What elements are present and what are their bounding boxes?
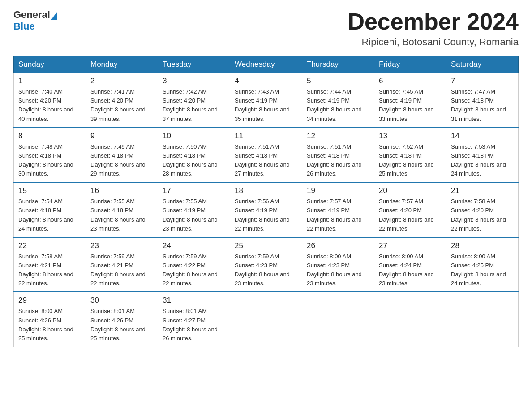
day-info: Sunrise: 7:58 AMSunset: 4:20 PMDaylight:… xyxy=(451,197,514,233)
calendar-cell: 15Sunrise: 7:54 AMSunset: 4:18 PMDayligh… xyxy=(14,182,86,237)
calendar-cell: 28Sunrise: 8:00 AMSunset: 4:25 PMDayligh… xyxy=(446,237,519,292)
day-number: 7 xyxy=(451,77,514,86)
calendar-cell: 18Sunrise: 7:56 AMSunset: 4:19 PMDayligh… xyxy=(230,182,302,237)
day-info: Sunrise: 7:41 AMSunset: 4:20 PMDaylight:… xyxy=(90,87,153,124)
calendar-cell: 3Sunrise: 7:42 AMSunset: 4:20 PMDaylight… xyxy=(158,73,230,128)
calendar-cell: 7Sunrise: 7:47 AMSunset: 4:18 PMDaylight… xyxy=(446,73,519,128)
calendar-week-row: 29Sunrise: 8:00 AMSunset: 4:26 PMDayligh… xyxy=(14,292,519,347)
calendar-cell xyxy=(302,292,374,347)
calendar-cell: 4Sunrise: 7:43 AMSunset: 4:19 PMDaylight… xyxy=(230,73,302,128)
weekday-header-friday: Friday xyxy=(374,56,446,73)
calendar-cell: 22Sunrise: 7:58 AMSunset: 4:21 PMDayligh… xyxy=(14,237,86,292)
day-info: Sunrise: 7:57 AMSunset: 4:20 PMDaylight:… xyxy=(379,197,442,233)
day-info: Sunrise: 7:47 AMSunset: 4:18 PMDaylight:… xyxy=(451,87,514,124)
calendar-week-row: 1Sunrise: 7:40 AMSunset: 4:20 PMDaylight… xyxy=(14,73,519,128)
day-number: 21 xyxy=(451,186,514,195)
calendar-week-row: 8Sunrise: 7:48 AMSunset: 4:18 PMDaylight… xyxy=(14,128,519,183)
calendar-cell: 9Sunrise: 7:49 AMSunset: 4:18 PMDaylight… xyxy=(86,128,158,183)
day-number: 29 xyxy=(18,296,81,305)
day-number: 25 xyxy=(235,241,297,250)
day-info: Sunrise: 7:55 AMSunset: 4:18 PMDaylight:… xyxy=(90,197,153,233)
day-number: 27 xyxy=(379,241,442,250)
day-number: 3 xyxy=(163,77,225,86)
calendar-cell: 11Sunrise: 7:51 AMSunset: 4:18 PMDayligh… xyxy=(230,128,302,183)
calendar-cell: 29Sunrise: 8:00 AMSunset: 4:26 PMDayligh… xyxy=(14,292,86,347)
calendar-cell: 8Sunrise: 7:48 AMSunset: 4:18 PMDaylight… xyxy=(14,128,86,183)
calendar-cell: 1Sunrise: 7:40 AMSunset: 4:20 PMDaylight… xyxy=(14,73,86,128)
day-number: 20 xyxy=(379,186,442,195)
weekday-header-sunday: Sunday xyxy=(14,56,86,73)
day-info: Sunrise: 7:57 AMSunset: 4:19 PMDaylight:… xyxy=(307,197,369,233)
calendar-cell: 20Sunrise: 7:57 AMSunset: 4:20 PMDayligh… xyxy=(374,182,446,237)
day-info: Sunrise: 7:51 AMSunset: 4:18 PMDaylight:… xyxy=(307,142,369,179)
day-number: 10 xyxy=(163,132,225,141)
weekday-header-monday: Monday xyxy=(86,56,158,73)
weekday-header-row: SundayMondayTuesdayWednesdayThursdayFrid… xyxy=(14,56,519,73)
day-number: 5 xyxy=(307,77,369,86)
day-number: 28 xyxy=(451,241,514,250)
day-number: 11 xyxy=(235,132,297,141)
day-number: 30 xyxy=(90,296,153,305)
day-number: 16 xyxy=(90,186,153,195)
day-number: 24 xyxy=(163,241,225,250)
day-number: 26 xyxy=(307,241,369,250)
calendar-table: SundayMondayTuesdayWednesdayThursdayFrid… xyxy=(13,56,519,347)
day-number: 6 xyxy=(379,77,442,86)
calendar-cell: 27Sunrise: 8:00 AMSunset: 4:24 PMDayligh… xyxy=(374,237,446,292)
day-info: Sunrise: 7:58 AMSunset: 4:21 PMDaylight:… xyxy=(18,252,81,288)
day-info: Sunrise: 7:56 AMSunset: 4:19 PMDaylight:… xyxy=(235,197,297,233)
day-number: 1 xyxy=(18,77,81,86)
day-info: Sunrise: 7:54 AMSunset: 4:18 PMDaylight:… xyxy=(18,197,81,233)
title-block: December 2024 Ripiceni, Botosani County,… xyxy=(348,9,519,48)
page-header: General Blue December 2024 Ripiceni, Bot… xyxy=(13,9,519,48)
day-info: Sunrise: 7:42 AMSunset: 4:20 PMDaylight:… xyxy=(163,87,225,124)
calendar-cell: 12Sunrise: 7:51 AMSunset: 4:18 PMDayligh… xyxy=(302,128,374,183)
calendar-cell: 14Sunrise: 7:53 AMSunset: 4:18 PMDayligh… xyxy=(446,128,519,183)
calendar-cell: 17Sunrise: 7:55 AMSunset: 4:19 PMDayligh… xyxy=(158,182,230,237)
calendar-cell: 6Sunrise: 7:45 AMSunset: 4:19 PMDaylight… xyxy=(374,73,446,128)
day-number: 9 xyxy=(90,132,153,141)
day-info: Sunrise: 8:00 AMSunset: 4:24 PMDaylight:… xyxy=(379,252,442,288)
day-number: 18 xyxy=(235,186,297,195)
calendar-week-row: 22Sunrise: 7:58 AMSunset: 4:21 PMDayligh… xyxy=(14,237,519,292)
calendar-cell: 16Sunrise: 7:55 AMSunset: 4:18 PMDayligh… xyxy=(86,182,158,237)
calendar-cell: 24Sunrise: 7:59 AMSunset: 4:22 PMDayligh… xyxy=(158,237,230,292)
weekday-header-saturday: Saturday xyxy=(446,56,519,73)
day-info: Sunrise: 7:40 AMSunset: 4:20 PMDaylight:… xyxy=(18,87,81,124)
day-info: Sunrise: 8:00 AMSunset: 4:25 PMDaylight:… xyxy=(451,252,514,288)
day-number: 4 xyxy=(235,77,297,86)
calendar-cell: 19Sunrise: 7:57 AMSunset: 4:19 PMDayligh… xyxy=(302,182,374,237)
day-info: Sunrise: 7:59 AMSunset: 4:21 PMDaylight:… xyxy=(90,252,153,288)
day-info: Sunrise: 8:01 AMSunset: 4:26 PMDaylight:… xyxy=(90,307,153,343)
calendar-cell xyxy=(230,292,302,347)
weekday-header-tuesday: Tuesday xyxy=(158,56,230,73)
calendar-cell: 21Sunrise: 7:58 AMSunset: 4:20 PMDayligh… xyxy=(446,182,519,237)
day-number: 13 xyxy=(379,132,442,141)
calendar-cell: 23Sunrise: 7:59 AMSunset: 4:21 PMDayligh… xyxy=(86,237,158,292)
calendar-week-row: 15Sunrise: 7:54 AMSunset: 4:18 PMDayligh… xyxy=(14,182,519,237)
calendar-cell: 5Sunrise: 7:44 AMSunset: 4:19 PMDaylight… xyxy=(302,73,374,128)
day-number: 19 xyxy=(307,186,369,195)
day-info: Sunrise: 7:50 AMSunset: 4:18 PMDaylight:… xyxy=(163,142,225,179)
day-info: Sunrise: 7:55 AMSunset: 4:19 PMDaylight:… xyxy=(163,197,225,233)
day-info: Sunrise: 7:48 AMSunset: 4:18 PMDaylight:… xyxy=(18,142,81,179)
day-info: Sunrise: 8:00 AMSunset: 4:23 PMDaylight:… xyxy=(307,252,369,288)
day-number: 8 xyxy=(18,132,81,141)
calendar-cell: 26Sunrise: 8:00 AMSunset: 4:23 PMDayligh… xyxy=(302,237,374,292)
day-info: Sunrise: 8:00 AMSunset: 4:26 PMDaylight:… xyxy=(18,307,81,343)
day-info: Sunrise: 7:44 AMSunset: 4:19 PMDaylight:… xyxy=(307,87,369,124)
day-info: Sunrise: 7:45 AMSunset: 4:19 PMDaylight:… xyxy=(379,87,442,124)
calendar-cell: 25Sunrise: 7:59 AMSunset: 4:23 PMDayligh… xyxy=(230,237,302,292)
day-number: 23 xyxy=(90,241,153,250)
month-title: December 2024 xyxy=(348,9,519,34)
weekday-header-wednesday: Wednesday xyxy=(230,56,302,73)
day-number: 22 xyxy=(18,241,81,250)
day-number: 17 xyxy=(163,186,225,195)
day-number: 31 xyxy=(163,296,225,305)
day-info: Sunrise: 7:59 AMSunset: 4:22 PMDaylight:… xyxy=(163,252,225,288)
day-info: Sunrise: 7:59 AMSunset: 4:23 PMDaylight:… xyxy=(235,252,297,288)
day-info: Sunrise: 7:43 AMSunset: 4:19 PMDaylight:… xyxy=(235,87,297,124)
day-info: Sunrise: 7:53 AMSunset: 4:18 PMDaylight:… xyxy=(451,142,514,179)
location-title: Ripiceni, Botosani County, Romania xyxy=(348,36,519,48)
calendar-cell: 13Sunrise: 7:52 AMSunset: 4:18 PMDayligh… xyxy=(374,128,446,183)
